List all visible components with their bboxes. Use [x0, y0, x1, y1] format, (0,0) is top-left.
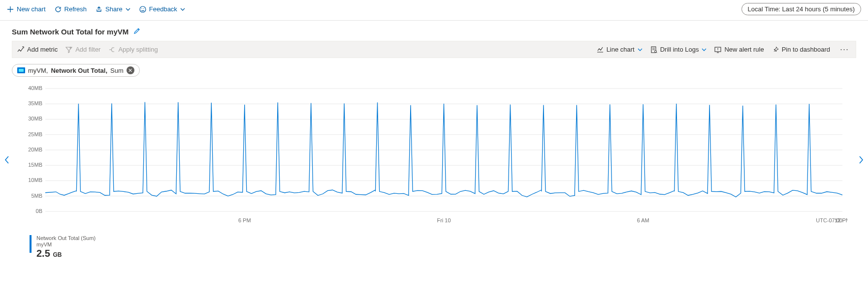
- legend-unit: GB: [53, 251, 62, 258]
- smiley-icon: [139, 6, 146, 13]
- svg-point-2: [143, 8, 144, 8]
- chevron-down-icon: [702, 47, 707, 52]
- time-range-label: Local Time: Last 24 hours (5 minutes): [748, 5, 855, 13]
- feedback-button[interactable]: Feedback: [139, 5, 185, 13]
- apply-splitting-label: Apply splitting: [118, 46, 158, 53]
- pencil-icon: [133, 28, 140, 34]
- vm-icon: [17, 67, 25, 73]
- chart-title-row: Sum Network Out Total for myVM: [0, 21, 868, 41]
- edit-title-button[interactable]: [133, 28, 140, 36]
- chart-container: 0B5MB10MB15MB20MB25MB30MB35MB40MB6 PMFri…: [0, 84, 868, 259]
- svg-text:10MB: 10MB: [28, 177, 42, 183]
- chart-toolbar-right: Line chart Drill into Logs New alert rul…: [597, 44, 851, 55]
- refresh-icon: [55, 6, 62, 13]
- previous-timerange-button[interactable]: [1, 152, 13, 170]
- svg-text:30MB: 30MB: [28, 116, 42, 121]
- svg-text:40MB: 40MB: [28, 85, 42, 91]
- share-label: Share: [105, 5, 123, 13]
- pin-to-dashboard-button[interactable]: Pin to dashboard: [772, 46, 830, 53]
- chevron-down-icon: [126, 7, 130, 12]
- add-metric-button[interactable]: Add metric: [17, 46, 58, 53]
- svg-text:6 PM: 6 PM: [238, 217, 251, 223]
- alert-icon: [714, 46, 721, 53]
- filter-icon: [65, 46, 72, 53]
- refresh-label: Refresh: [64, 5, 87, 13]
- svg-text:6 AM: 6 AM: [637, 217, 649, 223]
- drill-into-logs-label: Drill into Logs: [660, 46, 699, 53]
- new-alert-rule-label: New alert rule: [724, 46, 764, 53]
- svg-text:15MB: 15MB: [28, 162, 42, 168]
- logs-icon: [650, 46, 657, 53]
- top-toolbar-left: New chart Refresh Share Feedback: [7, 5, 185, 13]
- share-button[interactable]: Share: [96, 5, 130, 13]
- chart-type-button[interactable]: Line chart: [597, 46, 643, 53]
- chart-toolbar: Add metric Add filter Apply splitting Li…: [12, 41, 856, 58]
- add-metric-label: Add metric: [27, 46, 58, 53]
- svg-text:35MB: 35MB: [28, 100, 42, 106]
- svg-text:0B: 0B: [36, 208, 42, 214]
- metric-pill-row: myVM, Network Out Total, Sum ✕: [0, 58, 868, 79]
- line-chart-icon: [597, 46, 604, 53]
- pin-icon: [772, 46, 779, 53]
- legend: Network Out Total (Sum) myVM 2.5 GB: [30, 235, 847, 259]
- legend-swatch: [30, 235, 32, 253]
- plot-area: 0B5MB10MB15MB20MB25MB30MB35MB40MB6 PMFri…: [21, 84, 847, 231]
- apply-splitting-button[interactable]: Apply splitting: [108, 46, 158, 53]
- chevron-left-icon: [4, 155, 10, 164]
- legend-text: Network Out Total (Sum) myVM 2.5 GB: [36, 235, 96, 259]
- share-icon: [96, 6, 102, 13]
- more-options-button[interactable]: ···: [838, 44, 851, 55]
- add-filter-label: Add filter: [75, 46, 100, 53]
- chart-type-label: Line chart: [607, 46, 635, 53]
- chevron-right-icon: [858, 155, 864, 164]
- chevron-down-icon: [180, 7, 185, 12]
- metric-pill-metric: Network Out Total,: [51, 67, 107, 74]
- svg-point-0: [140, 6, 146, 12]
- remove-metric-button[interactable]: ✕: [127, 66, 134, 74]
- chart-svg[interactable]: 0B5MB10MB15MB20MB25MB30MB35MB40MB6 PMFri…: [21, 84, 847, 231]
- drill-into-logs-button[interactable]: Drill into Logs: [650, 46, 707, 53]
- chart-title: Sum Network Out Total for myVM: [12, 28, 129, 36]
- top-toolbar: New chart Refresh Share Feedback Local T…: [0, 0, 868, 21]
- svg-point-4: [654, 50, 656, 52]
- add-metric-icon: [17, 46, 24, 53]
- refresh-button[interactable]: Refresh: [55, 5, 87, 13]
- metric-pill-resource: myVM,: [28, 67, 48, 74]
- new-chart-label: New chart: [17, 5, 46, 13]
- pin-to-dashboard-label: Pin to dashboard: [782, 46, 830, 53]
- new-chart-button[interactable]: New chart: [7, 5, 46, 13]
- feedback-label: Feedback: [149, 5, 177, 13]
- split-icon: [108, 46, 115, 53]
- svg-text:5MB: 5MB: [31, 193, 42, 199]
- plus-icon: [7, 6, 14, 13]
- next-timerange-button[interactable]: [855, 152, 867, 170]
- svg-text:Fri 10: Fri 10: [437, 217, 450, 223]
- svg-text:20MB: 20MB: [28, 147, 42, 152]
- metric-pill[interactable]: myVM, Network Out Total, Sum ✕: [12, 64, 140, 77]
- legend-value: 2.5: [36, 248, 50, 259]
- chart-toolbar-left: Add metric Add filter Apply splitting: [17, 46, 158, 53]
- svg-text:25MB: 25MB: [28, 131, 42, 137]
- chevron-down-icon: [638, 47, 643, 52]
- legend-metric-name: Network Out Total (Sum): [36, 235, 96, 241]
- metric-pill-agg: Sum: [110, 67, 124, 74]
- legend-resource-name: myVM: [36, 241, 96, 248]
- add-filter-button[interactable]: Add filter: [65, 46, 100, 53]
- svg-text:UTC-07:00: UTC-07:00: [816, 217, 842, 223]
- new-alert-rule-button[interactable]: New alert rule: [714, 46, 764, 53]
- time-range-pill[interactable]: Local Time: Last 24 hours (5 minutes): [741, 3, 862, 15]
- svg-point-1: [141, 8, 142, 8]
